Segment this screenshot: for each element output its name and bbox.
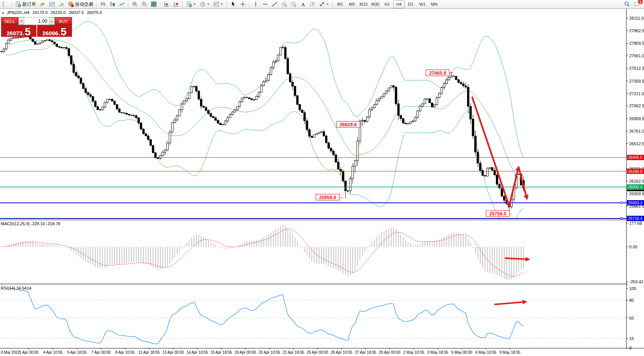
svg-text:26280.8: 26280.8 xyxy=(628,169,642,174)
market-watch-button[interactable] xyxy=(47,0,56,8)
svg-text:27211.0: 27211.0 xyxy=(629,91,644,96)
svg-text:0 Mar 2022: 0 Mar 2022 xyxy=(1,350,20,354)
chevron-down-icon xyxy=(220,1,224,7)
templates-button[interactable] xyxy=(212,0,225,8)
svg-text:19 Apr 00:00: 19 Apr 00:00 xyxy=(234,350,256,354)
chart-canvas[interactable]: 27465.926829.625956.625758.028111.027962… xyxy=(0,0,644,356)
svg-text:8 Apr 10:55: 8 Apr 10:55 xyxy=(115,350,135,354)
sell-price-main: 26073 xyxy=(7,30,23,36)
svg-text:26162.5: 26162.5 xyxy=(629,179,644,183)
text-label-button[interactable]: T xyxy=(308,0,317,8)
timeframe-m30-button[interactable]: M30 xyxy=(370,0,381,8)
svg-text:80: 80 xyxy=(629,298,634,303)
new-order-button[interactable]: 新订单 xyxy=(14,0,38,8)
svg-text:0: 0 xyxy=(629,346,631,350)
line-chart-button[interactable] xyxy=(117,0,127,8)
new-order-button-label: 新订单 xyxy=(22,1,36,8)
svg-text:4 Apr 10:55: 4 Apr 10:55 xyxy=(43,350,63,354)
search-icon xyxy=(624,1,630,7)
templates-icon xyxy=(213,1,219,7)
svg-text:F: F xyxy=(295,5,296,8)
timeframe-m1-button[interactable]: M1 xyxy=(335,0,346,8)
vertical-line-button[interactable] xyxy=(251,0,260,8)
timeframe-m5-button[interactable]: M5 xyxy=(346,0,358,8)
signals-button[interactable] xyxy=(57,0,66,8)
timeframe-m15-button[interactable]: M15 xyxy=(358,0,369,8)
fibonacci-icon: F xyxy=(291,1,297,7)
trendline-button[interactable] xyxy=(270,0,279,8)
chevron-down-icon xyxy=(326,1,329,7)
symbol-info: ▲ JPN225-,H4 26170.0 26220.0 26037.5 260… xyxy=(2,10,102,15)
text-button[interactable]: A xyxy=(299,0,308,8)
zoom-in-button[interactable] xyxy=(130,0,139,8)
toolbar-separator xyxy=(11,1,12,8)
arrows-icon xyxy=(319,1,325,7)
zoom-in-icon xyxy=(132,1,138,7)
arrows-button[interactable] xyxy=(317,0,331,8)
candlestick-chart-button[interactable] xyxy=(108,0,117,8)
chart-shift-button[interactable] xyxy=(172,0,181,8)
svg-text:27661.0: 27661.0 xyxy=(629,53,644,58)
tile-windows-button[interactable] xyxy=(149,0,158,8)
buy-price-big-digit: 5 xyxy=(61,28,67,36)
auto-trading-button[interactable]: 自动交易 xyxy=(66,0,95,8)
sell-button[interactable]: SELL xyxy=(1,17,18,25)
ohlc-close: 26075.0 xyxy=(87,10,102,15)
notifications-button[interactable]: 1 xyxy=(632,0,641,8)
volume-up-button[interactable]: ▲ xyxy=(49,17,55,25)
line-handle[interactable] xyxy=(621,202,622,204)
line-chart-icon xyxy=(119,1,125,7)
svg-text:A: A xyxy=(302,2,305,7)
svg-text:20 Apr 10:55: 20 Apr 10:55 xyxy=(259,350,280,354)
buy-price-button[interactable]: 26096 . 5 xyxy=(37,25,72,37)
svg-text:-263.42: -263.42 xyxy=(629,279,643,284)
svg-text:7 Apr 00:00: 7 Apr 00:00 xyxy=(91,350,111,354)
timeframe-h1-button[interactable]: H1 xyxy=(381,0,393,8)
crosshair-button[interactable] xyxy=(238,0,247,8)
timeframe-mn-button[interactable]: MN xyxy=(428,0,440,8)
svg-text:14 Apr 10:55: 14 Apr 10:55 xyxy=(186,350,208,354)
bar-chart-button[interactable] xyxy=(98,0,108,8)
cursor-button[interactable] xyxy=(229,0,238,8)
clipped-icon[interactable] xyxy=(1,0,10,8)
svg-text:13 Apr 00:00: 13 Apr 00:00 xyxy=(163,350,184,354)
horizontal-line-button[interactable] xyxy=(261,0,270,8)
svg-text:27062.5: 27062.5 xyxy=(629,104,644,108)
buy-button[interactable]: BUY xyxy=(55,17,72,25)
svg-text:E: E xyxy=(285,5,287,7)
search-button[interactable] xyxy=(622,0,631,8)
zoom-out-button[interactable] xyxy=(140,0,149,8)
auto-scroll-button[interactable] xyxy=(162,0,171,8)
mql5-community-button[interactable] xyxy=(38,0,47,8)
timeframe-d1-button[interactable]: D1 xyxy=(405,0,416,8)
periods-button[interactable] xyxy=(198,0,211,8)
fibonacci-button[interactable]: F xyxy=(289,0,298,8)
timeframe-w1-button[interactable]: W1 xyxy=(417,0,428,8)
svg-text:3 May 18:55: 3 May 18:55 xyxy=(427,350,448,354)
volume-down-button[interactable]: ▼ xyxy=(19,17,24,25)
hline-icon xyxy=(262,1,268,7)
volume-value[interactable]: 1.00 xyxy=(24,17,49,25)
svg-text:25716.4: 25716.4 xyxy=(628,216,642,221)
toolbar-separator xyxy=(160,1,161,8)
symbol-collapse-icon[interactable]: ▲ xyxy=(2,11,5,14)
zoom-out-icon xyxy=(141,1,147,7)
timeframe-h4-button[interactable]: H4 xyxy=(393,0,405,8)
svg-text:26 Apr 10:55: 26 Apr 10:55 xyxy=(331,350,352,354)
svg-text:2 May 10:55: 2 May 10:55 xyxy=(403,350,424,354)
channel-button[interactable]: E xyxy=(280,0,289,8)
one-click-trading-panel: SELL ▼ 1.00 ▲ BUY 26073 . 5 26096 . 5 xyxy=(1,17,72,37)
sell-price-button[interactable]: 26073 . 5 xyxy=(1,25,36,37)
toolbar-separator xyxy=(128,1,129,8)
auto-scroll-icon xyxy=(164,1,170,7)
periods-icon xyxy=(200,1,206,7)
channel-icon: E xyxy=(281,1,287,7)
svg-text:15: 15 xyxy=(629,336,634,341)
svg-text:100: 100 xyxy=(629,286,636,291)
candles-icon xyxy=(109,1,116,7)
svg-text:26909.5: 26909.5 xyxy=(629,116,644,121)
clipped-icon xyxy=(2,1,8,7)
ohlc-open: 26170.0 xyxy=(33,10,48,15)
rsi-label: RSI(14) 34.9414 xyxy=(1,286,31,290)
indicators-button[interactable] xyxy=(184,0,198,8)
